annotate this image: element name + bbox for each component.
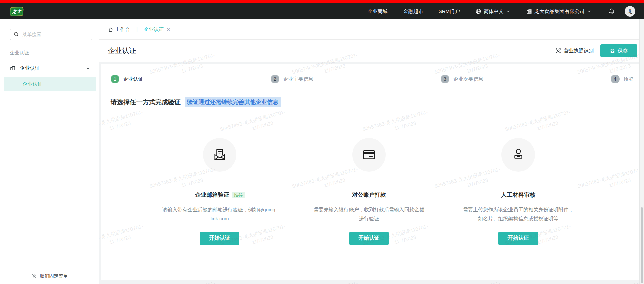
stepper-connector [149, 79, 265, 79]
verify-notice: 验证通过还需继续完善其他企业信息 [185, 97, 281, 107]
search-icon [13, 31, 19, 37]
save-button[interactable]: 保存 [600, 44, 637, 57]
home-icon [108, 27, 113, 32]
user-avatar[interactable]: 龙 [625, 6, 635, 17]
method-title-row: 人工材料审核 [454, 191, 582, 199]
tab-enterprise-cert[interactable]: 企业认证 × [144, 26, 170, 33]
save-disk-icon [610, 48, 615, 53]
navbar-links: 企业商城 金融超市 SRM门户 [368, 8, 460, 15]
sidebar-item-enterprise-cert[interactable]: 企业认证 [0, 65, 99, 72]
close-icon[interactable]: × [167, 27, 170, 32]
breadcrumb-workbench[interactable]: 工作台 [108, 26, 130, 33]
step-label: 企业主要信息 [283, 76, 313, 82]
sidebar-group-label: 企业认证 [10, 50, 99, 56]
method-card-email: 企业邮箱验证 推荐 请输入带有企业后缀的邮箱进行验证，例如@going-link… [156, 138, 283, 245]
language-switcher[interactable]: 简体中文 [475, 8, 511, 15]
stamp-icon [501, 138, 535, 172]
vertical-scrollbar[interactable] [639, 19, 644, 284]
method-title: 企业邮箱验证 [195, 191, 229, 199]
save-button-label: 保存 [618, 48, 628, 54]
step-number: 3 [441, 75, 449, 83]
top-navbar: 龙大 企业商城 金融超市 SRM门户 简体中文 龙大食品集团有限公司 [0, 3, 644, 19]
start-cert-manual-button[interactable]: 开始认证 [498, 232, 538, 245]
step-number: 4 [611, 75, 620, 83]
company-name: 龙大食品集团有限公司 [534, 8, 585, 15]
pin-off-icon [31, 274, 37, 279]
menu-search [10, 29, 92, 40]
method-description: 需要先输入银行账户，收到打款后需输入回款金额进行验证 [311, 205, 427, 223]
method-card-manual-review: 人工材料审核 需要上传您作为该企业员工的相关身份证明附件，如名片、组织架构信息或… [454, 138, 582, 245]
scan-icon [556, 48, 561, 53]
company-switcher[interactable]: 龙大食品集团有限公司 [526, 8, 592, 15]
main-content: 工作台 | 企业认证 × 企业认证 营业执照识别 [99, 19, 644, 284]
step-label: 预览 [623, 76, 633, 82]
start-cert-email-button[interactable]: 开始认证 [200, 232, 239, 245]
business-license-ocr-label: 营业执照识别 [564, 48, 594, 54]
step-number: 2 [271, 75, 279, 83]
step-label: 企业次要信息 [453, 76, 483, 82]
bank-card-icon [352, 138, 386, 172]
method-title-row: 企业邮箱验证 推荐 [156, 191, 283, 199]
sidebar-item-label: 企业认证 [20, 65, 40, 72]
sidebar-spacer [0, 91, 99, 268]
recommended-badge: 推荐 [232, 192, 245, 198]
page-title: 企业认证 [108, 46, 136, 55]
stepper-connector [489, 79, 605, 79]
method-description: 请输入带有企业后缀的邮箱进行验证，例如@going-link.com [162, 205, 277, 223]
start-cert-bank-button[interactable]: 开始认证 [349, 232, 389, 245]
email-icon [203, 138, 236, 172]
chevron-down-icon[interactable] [86, 66, 90, 71]
step-2-main-info: 2 企业主要信息 [271, 75, 313, 83]
chevron-down-icon [506, 9, 511, 14]
certification-panel: 1 企业认证 2 企业主要信息 3 企业次要信息 4 预览 [101, 64, 642, 280]
method-description: 需要上传您作为该企业员工的相关身份证明附件，如名片、组织架构信息或授权证明等 [461, 205, 576, 223]
breadcrumb: 工作台 | 企业认证 × [99, 19, 644, 40]
nav-link-finance-market[interactable]: 金融超市 [403, 8, 423, 15]
step-4-preview: 4 预览 [611, 75, 633, 83]
nav-link-enterprise-mall[interactable]: 企业商城 [368, 8, 388, 15]
sidebar: 企业认证 企业认证 企业认证 取消固定菜单 [0, 19, 99, 284]
nav-link-srm-portal[interactable]: SRM门户 [439, 8, 460, 15]
method-title: 人工材料审核 [501, 191, 535, 199]
stepper-connector [319, 79, 435, 79]
unpin-menu-label: 取消固定菜单 [40, 273, 68, 279]
globe-icon [475, 8, 481, 14]
tab-label: 企业认证 [144, 26, 164, 33]
breadcrumb-home-label: 工作台 [115, 26, 130, 33]
business-license-ocr-button[interactable]: 营业执照识别 [556, 48, 594, 54]
chevron-down-icon [587, 9, 592, 14]
breadcrumb-divider: | [136, 27, 138, 33]
unpin-menu-button[interactable]: 取消固定菜单 [0, 268, 99, 284]
method-card-bank-transfer: 对公账户打款 需要先输入银行账户，收到打款后需输入回款金额进行验证 开始认证 [305, 138, 433, 245]
step-number: 1 [111, 75, 119, 83]
language-label: 简体中文 [484, 8, 504, 15]
verification-methods: 企业邮箱验证 推荐 请输入带有企业后缀的邮箱进行验证，例如@going-link… [101, 138, 642, 245]
method-title: 对公账户打款 [352, 191, 386, 199]
wizard-stepper: 1 企业认证 2 企业主要信息 3 企业次要信息 4 预览 [101, 64, 642, 83]
red-top-bar [0, 0, 644, 3]
brand-logo: 龙大 [10, 6, 24, 16]
scrollbar-thumb[interactable] [641, 207, 643, 283]
page-actions: 营业执照识别 保存 [556, 44, 637, 57]
step-3-secondary-info: 3 企业次要信息 [441, 75, 483, 83]
menu-search-input[interactable] [10, 29, 92, 40]
method-title-row: 对公账户打款 [305, 191, 433, 199]
app-body: 企业认证 企业认证 企业认证 取消固定菜单 [0, 19, 644, 284]
step-1-enterprise-cert: 1 企业认证 [111, 75, 143, 83]
verify-heading-row: 请选择任一方式完成验证 验证通过还需继续完善其他企业信息 [111, 97, 642, 107]
building-icon [526, 9, 532, 14]
building-icon [10, 66, 15, 71]
notifications-bell-icon[interactable] [608, 8, 615, 15]
sidebar-subitem-enterprise-cert-active[interactable]: 企业认证 [4, 77, 96, 91]
verify-heading: 请选择任一方式完成验证 [111, 98, 181, 107]
step-label: 企业认证 [123, 76, 143, 82]
page-header: 企业认证 营业执照识别 保存 [99, 40, 644, 62]
